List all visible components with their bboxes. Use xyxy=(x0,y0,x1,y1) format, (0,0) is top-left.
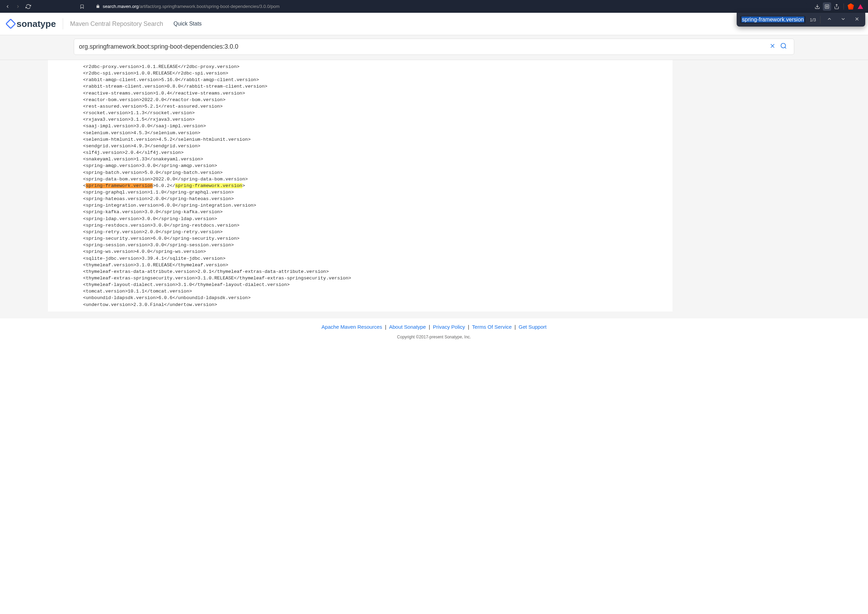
reload-button[interactable] xyxy=(24,2,33,11)
search-clear-button[interactable] xyxy=(767,42,778,51)
toolbar-divider xyxy=(843,3,844,10)
footer-sep: | xyxy=(513,324,517,330)
url-domain: search.maven.org xyxy=(103,4,139,9)
footer-link[interactable]: About Sonatype xyxy=(389,324,426,330)
find-next-button[interactable] xyxy=(839,16,848,24)
search-input[interactable] xyxy=(79,43,767,50)
footer-links: Apache Maven Resources | About Sonatype … xyxy=(0,324,868,330)
footer-sep: | xyxy=(427,324,431,330)
logo-icon xyxy=(5,18,16,29)
find-divider xyxy=(820,16,820,23)
pom-content[interactable]: <r2dbc-proxy.version>1.0.1.RELEASE</r2db… xyxy=(48,60,673,311)
footer-link[interactable]: Privacy Policy xyxy=(433,324,465,330)
header-divider xyxy=(63,18,63,30)
lock-icon xyxy=(96,4,100,9)
download-icon[interactable] xyxy=(813,2,822,11)
footer-link[interactable]: Terms Of Service xyxy=(472,324,512,330)
svg-rect-0 xyxy=(825,5,829,8)
header-title: Maven Central Repository Search xyxy=(70,20,163,28)
sonatype-logo[interactable]: sonatype xyxy=(7,19,56,30)
find-query-text[interactable]: spring-framework.version xyxy=(741,17,804,22)
find-prev-button[interactable] xyxy=(825,16,834,24)
footer: Apache Maven Resources | About Sonatype … xyxy=(0,319,868,345)
footer-copyright: Copyright ©2017-present Sonatype, Inc. xyxy=(0,334,868,339)
back-button[interactable] xyxy=(3,2,12,11)
share-icon[interactable] xyxy=(832,2,841,11)
url-path: /artifact/org.springframework.boot/sprin… xyxy=(139,4,279,9)
footer-link[interactable]: Get Support xyxy=(519,324,547,330)
quick-stats-link[interactable]: Quick Stats xyxy=(174,21,202,27)
url-bar[interactable]: search.maven.org/artifact/org.springfram… xyxy=(92,2,808,11)
svg-line-7 xyxy=(785,47,786,49)
search-submit-button[interactable] xyxy=(778,42,789,51)
find-close-button[interactable] xyxy=(852,16,862,24)
footer-link[interactable]: Apache Maven Resources xyxy=(322,324,382,330)
browser-toolbar: search.maven.org/artifact/org.springfram… xyxy=(0,0,868,13)
search-bar-container xyxy=(0,35,868,60)
footer-sep: | xyxy=(467,324,471,330)
logo-text: sonatype xyxy=(17,19,56,30)
content-area: <r2dbc-proxy.version>1.0.1.RELEASE</r2db… xyxy=(0,60,868,319)
reader-icon[interactable] xyxy=(823,2,831,11)
bookmark-button[interactable] xyxy=(78,2,86,11)
extension-icon[interactable] xyxy=(856,2,865,11)
svg-point-1 xyxy=(826,6,828,7)
forward-button[interactable] xyxy=(14,2,22,11)
svg-point-6 xyxy=(781,44,785,48)
brave-shields-icon[interactable] xyxy=(846,2,855,11)
search-bar xyxy=(74,39,794,55)
find-in-page-bar: spring-framework.version 1/3 xyxy=(737,13,865,26)
footer-sep: | xyxy=(383,324,388,330)
find-count: 1/3 xyxy=(810,17,816,22)
